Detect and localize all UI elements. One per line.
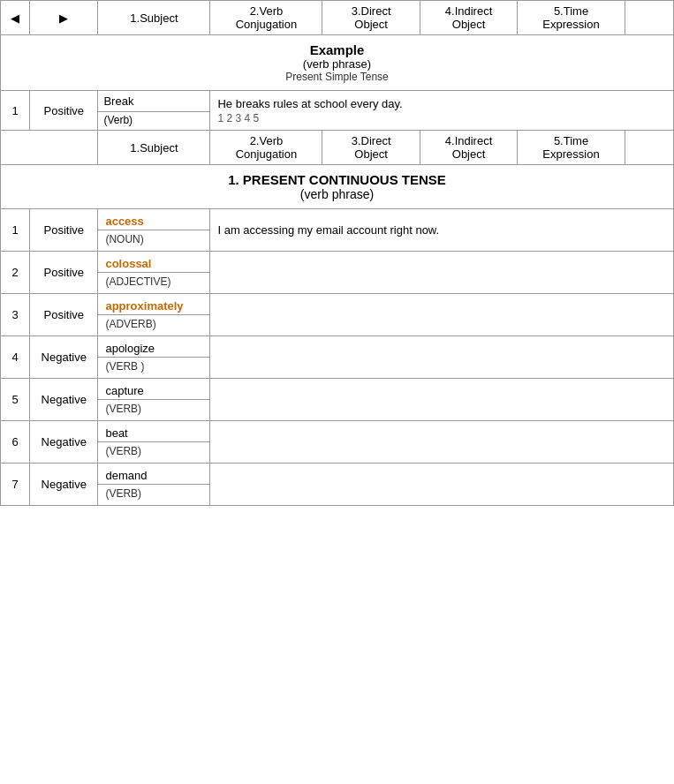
col6-header-2 bbox=[625, 131, 673, 165]
example-type: Positive bbox=[30, 91, 98, 131]
row6-type: Negative bbox=[30, 421, 98, 464]
example-section-row: Example (verb phrase) Present Simple Ten… bbox=[1, 35, 674, 91]
col3-header: 3.Direct Object bbox=[322, 1, 420, 35]
row5-type: Negative bbox=[30, 379, 98, 421]
row1-sentence: I am accessing my email account right no… bbox=[210, 209, 674, 252]
col5-header: 5.Time Expression bbox=[518, 1, 625, 35]
row3-num: 3 bbox=[1, 294, 30, 336]
col5-line1-2: 5.Time bbox=[554, 134, 588, 147]
row7-word-cell: demand (VERB) bbox=[98, 464, 210, 506]
table-row: 3 Positive approximately (ADVERB) bbox=[1, 294, 674, 336]
prev-button[interactable]: ◀ bbox=[1, 1, 30, 35]
row3-word: approximately bbox=[105, 299, 183, 313]
example-numbers: 1 2 3 4 5 bbox=[217, 112, 666, 124]
row6-num: 6 bbox=[1, 421, 30, 464]
col5-header-2: 5.Time Expression bbox=[518, 131, 625, 165]
row2-num: 2 bbox=[1, 252, 30, 294]
table-row: 5 Negative capture (VERB) bbox=[1, 379, 674, 421]
section1-header-row: 1. PRESENT CONTINUOUS TENSE (verb phrase… bbox=[1, 165, 674, 209]
row4-type: Negative bbox=[30, 336, 98, 379]
col2-header: 2.Verb Conjugation bbox=[210, 1, 322, 35]
example-data-row: 1 Positive Break (Verb) He breaks rules … bbox=[1, 91, 674, 131]
row1-sentence-text: I am accessing my email account right no… bbox=[217, 223, 439, 237]
next-button[interactable]: ▶ bbox=[30, 1, 98, 35]
col4-line1: 4.Indirect bbox=[445, 4, 492, 18]
row2-word-cell: colossal (ADJECTIVE) bbox=[98, 252, 210, 294]
row1-pos: (NOUN) bbox=[105, 233, 143, 245]
row1-num: 1 bbox=[1, 209, 30, 252]
col2-line2-2: Conjugation bbox=[236, 147, 297, 161]
row2-type: Positive bbox=[30, 252, 98, 294]
table-row: 2 Positive colossal (ADJECTIVE) bbox=[1, 252, 674, 294]
col4-line2-2: Object bbox=[452, 147, 486, 161]
row4-word-cell: apologize (VERB ) bbox=[98, 336, 210, 379]
col2-header-2: 2.Verb Conjugation bbox=[210, 131, 322, 165]
example-word-cell: Break (Verb) bbox=[98, 91, 210, 131]
col3-line1: 3.Direct bbox=[352, 4, 391, 18]
row3-word-cell: approximately (ADVERB) bbox=[98, 294, 210, 336]
col5-line1: 5.Time bbox=[554, 4, 588, 18]
table-row: 4 Negative apologize (VERB ) bbox=[1, 336, 674, 379]
section1-title: 1. PRESENT CONTINUOUS TENSE bbox=[6, 172, 668, 187]
col2-line2: Conjugation bbox=[236, 18, 297, 31]
example-sentence-area: He breaks rules at school every day. 1 2… bbox=[210, 91, 674, 131]
row4-word: apologize bbox=[105, 342, 155, 355]
row6-sentence bbox=[210, 421, 674, 464]
example-subtitle: (verb phrase) bbox=[6, 57, 668, 71]
second-header-row: 1.Subject 2.Verb Conjugation 3.Direct Ob… bbox=[1, 131, 674, 165]
row6-word-cell: beat (VERB) bbox=[98, 421, 210, 464]
main-table: ◀ ▶ 1.Subject 2.Verb Conjugation 3.Direc… bbox=[0, 0, 674, 506]
col2-line1-2: 2.Verb bbox=[250, 134, 284, 147]
col3-line2: Object bbox=[354, 18, 388, 31]
table-row: 1 Positive access (NOUN) I am accessing … bbox=[1, 209, 674, 252]
section1-subtitle: (verb phrase) bbox=[6, 187, 668, 201]
table-row: 7 Negative demand (VERB) bbox=[1, 464, 674, 506]
row2-word: colossal bbox=[105, 257, 151, 270]
row1-type: Positive bbox=[30, 209, 98, 252]
col5-line2-2: Expression bbox=[542, 147, 599, 161]
row1-word: access bbox=[105, 215, 143, 228]
col6-header bbox=[625, 1, 673, 35]
row7-num: 7 bbox=[1, 464, 30, 506]
row5-word-cell: capture (VERB) bbox=[98, 379, 210, 421]
col3-header-2: 3.Direct Object bbox=[322, 131, 420, 165]
col4-header: 4.Indirect Object bbox=[420, 1, 517, 35]
row3-pos: (ADVERB) bbox=[105, 318, 155, 330]
example-title: Example bbox=[6, 42, 668, 57]
row7-word: demand bbox=[105, 469, 147, 482]
col4-header-2: 4.Indirect Object bbox=[420, 131, 517, 165]
col3-line1-2: 3.Direct bbox=[352, 134, 391, 147]
nav-row: ◀ ▶ 1.Subject 2.Verb Conjugation 3.Direc… bbox=[1, 1, 674, 35]
row2-sentence bbox=[210, 252, 674, 294]
example-word: Break bbox=[98, 91, 209, 111]
col4-line1-2: 4.Indirect bbox=[445, 134, 492, 147]
col2-line1: 2.Verb bbox=[250, 4, 284, 18]
row5-sentence bbox=[210, 379, 674, 421]
row7-sentence bbox=[210, 464, 674, 506]
example-pos: (Verb) bbox=[98, 111, 209, 130]
row7-pos: (VERB) bbox=[105, 487, 141, 500]
row5-num: 5 bbox=[1, 379, 30, 421]
example-tense: Present Simple Tense bbox=[6, 71, 668, 83]
row7-type: Negative bbox=[30, 464, 98, 506]
col4-line2: Object bbox=[452, 18, 486, 31]
example-sentence: He breaks rules at school every day. bbox=[217, 97, 666, 110]
row5-pos: (VERB) bbox=[105, 403, 141, 415]
table-row: 6 Negative beat (VERB) bbox=[1, 421, 674, 464]
row6-word: beat bbox=[105, 426, 127, 440]
col1-header: 1.Subject bbox=[98, 1, 210, 35]
row4-sentence bbox=[210, 336, 674, 379]
row1-word-cell: access (NOUN) bbox=[98, 209, 210, 252]
row3-sentence bbox=[210, 294, 674, 336]
row3-type: Positive bbox=[30, 294, 98, 336]
row4-pos: (VERB ) bbox=[105, 360, 144, 373]
col5-line2: Expression bbox=[542, 18, 599, 31]
row5-word: capture bbox=[105, 384, 143, 397]
row4-num: 4 bbox=[1, 336, 30, 379]
col3-line2-2: Object bbox=[354, 147, 388, 161]
row6-pos: (VERB) bbox=[105, 445, 141, 457]
example-num: 1 bbox=[1, 91, 30, 131]
row2-pos: (ADJECTIVE) bbox=[105, 275, 170, 288]
col1-header-2: 1.Subject bbox=[98, 131, 210, 165]
